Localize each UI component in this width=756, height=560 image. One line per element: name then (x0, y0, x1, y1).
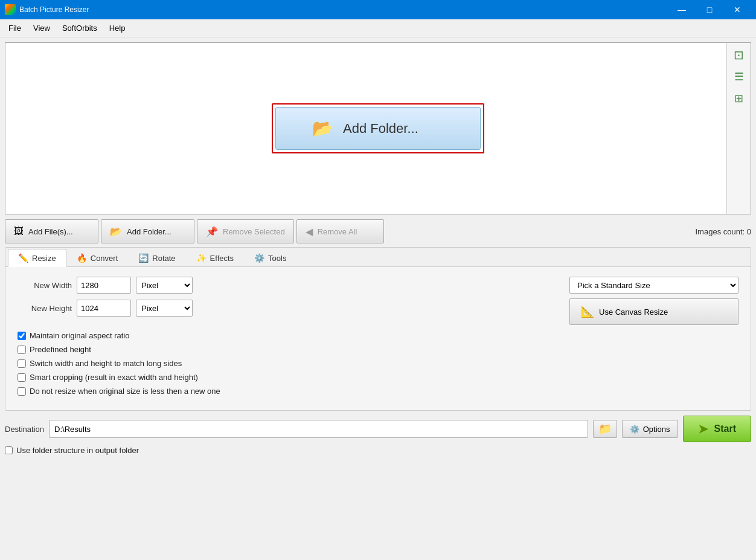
main-content: 📂 Add Folder... ⊡ ☰ ⊞ 🖼 Add File(s)... 📂… (0, 37, 756, 560)
file-drop-area: 📂 Add Folder... ⊡ ☰ ⊞ (5, 42, 751, 214)
canvas-resize-icon: 📐 (581, 305, 594, 318)
maximize-button[interactable]: □ (696, 0, 723, 19)
menubar: File View SoftOrbits Help (0, 19, 756, 37)
predefined-height-checkbox[interactable] (18, 346, 26, 354)
add-files-icon: 🖼 (14, 226, 24, 237)
checkbox-row-aspect: Maintain original aspect ratio (18, 331, 738, 340)
switch-width-height-checkbox[interactable] (18, 359, 26, 368)
new-height-input[interactable] (77, 300, 131, 317)
tab-tools-label: Tools (268, 254, 286, 263)
tab-tools[interactable]: ⚙️ Tools (244, 249, 296, 266)
tabs-panel: ✏️ Resize 🔥 Convert 🔄 Rotate ✨ Effects ⚙… (5, 247, 751, 411)
checkboxes-section: Maintain original aspect ratio Predefine… (18, 331, 738, 396)
no-resize-checkbox[interactable] (18, 387, 26, 396)
height-row: New Height Pixel Percent Inch Centimeter (18, 300, 557, 317)
add-folder-label: Add Folder... (127, 227, 171, 236)
no-resize-label: Do not resize when original size is less… (30, 387, 220, 396)
smart-cropping-checkbox[interactable] (18, 373, 26, 382)
use-folder-row: Use folder structure in output folder (5, 446, 751, 455)
tab-convert[interactable]: 🔥 Convert (66, 249, 129, 266)
maintain-aspect-label: Maintain original aspect ratio (30, 331, 129, 340)
add-folder-icon: 📂 (110, 226, 122, 237)
view-grid-icon: ⊞ (734, 92, 743, 105)
remove-selected-label: Remove Selected (223, 227, 285, 236)
gear-icon: ⚙️ (630, 425, 639, 434)
convert-tab-icon: 🔥 (77, 253, 87, 263)
remove-all-button[interactable]: ◀ Remove All (296, 219, 384, 243)
menu-view[interactable]: View (27, 21, 56, 35)
destination-label: Destination (5, 425, 44, 434)
tabs-row: ✏️ Resize 🔥 Convert 🔄 Rotate ✨ Effects ⚙… (5, 248, 751, 267)
resize-left-col: New Width Pixel Percent Inch Centimeter … (18, 277, 557, 323)
toolbar-row: 🖼 Add File(s)... 📂 Add Folder... 📌 Remov… (5, 219, 751, 243)
bottom-section: Destination 📁 ⚙️ Options ➤ Start Use fol… (5, 416, 751, 455)
use-folder-checkbox[interactable] (5, 446, 13, 454)
height-unit-select[interactable]: Pixel Percent Inch Centimeter (136, 300, 193, 317)
resize-tab-icon: ✏️ (18, 253, 28, 263)
checkbox-row-switch: Switch width and height to match long si… (18, 359, 738, 368)
titlebar: Batch Picture Resizer — □ ✕ (0, 0, 756, 19)
tab-effects[interactable]: ✨ Effects (186, 249, 245, 266)
titlebar-left: Batch Picture Resizer (5, 4, 89, 15)
remove-all-icon: ◀ (306, 226, 313, 237)
titlebar-controls: — □ ✕ (668, 0, 751, 19)
view-thumbnails-button[interactable]: ⊡ (729, 45, 749, 65)
minimize-button[interactable]: — (668, 0, 696, 19)
standard-size-select[interactable]: Pick a Standard Size (569, 277, 738, 294)
destination-row: Destination 📁 ⚙️ Options ➤ Start (5, 416, 751, 442)
menu-help[interactable]: Help (103, 21, 132, 35)
predefined-height-label: Predefined height (30, 345, 91, 354)
menu-file[interactable]: File (2, 21, 27, 35)
new-width-input[interactable] (77, 277, 131, 294)
new-height-label: New Height (18, 304, 72, 313)
tools-tab-icon: ⚙️ (254, 253, 264, 263)
checkbox-row-smart-crop: Smart cropping (result in exact width an… (18, 373, 738, 382)
view-grid-button[interactable]: ⊞ (729, 89, 749, 108)
effects-tab-icon: ✨ (196, 253, 207, 263)
tab-effects-label: Effects (210, 254, 234, 263)
images-count: Images count: 0 (696, 227, 752, 236)
tab-rotate-label: Rotate (152, 254, 175, 263)
width-row: New Width Pixel Percent Inch Centimeter (18, 277, 557, 294)
add-files-button[interactable]: 🖼 Add File(s)... (5, 219, 98, 243)
close-button[interactable]: ✕ (723, 0, 751, 19)
switch-width-height-label: Switch width and height to match long si… (30, 359, 182, 368)
remove-selected-icon: 📌 (206, 226, 218, 237)
add-folder-button[interactable]: 📂 Add Folder... (101, 219, 194, 243)
folder-center-icon: 📂 (312, 118, 333, 138)
options-label: Options (643, 425, 670, 434)
remove-selected-button[interactable]: 📌 Remove Selected (197, 219, 294, 243)
add-folder-center-wrapper: 📂 Add Folder... (272, 103, 484, 153)
browse-icon: 📁 (598, 422, 612, 436)
tab-resize[interactable]: ✏️ Resize (8, 249, 66, 267)
start-label: Start (714, 423, 736, 434)
checkbox-row-no-resize: Do not resize when original size is less… (18, 387, 738, 396)
view-list-icon: ☰ (734, 70, 744, 83)
checkbox-row-predefined: Predefined height (18, 345, 738, 354)
add-folder-center-button[interactable]: 📂 Add Folder... (275, 107, 481, 150)
start-arrow-icon: ➤ (698, 422, 708, 436)
canvas-resize-label: Use Canvas Resize (599, 307, 668, 317)
canvas-resize-button[interactable]: 📐 Use Canvas Resize (569, 298, 738, 325)
browse-button[interactable]: 📁 (593, 420, 617, 438)
use-folder-label: Use folder structure in output folder (16, 446, 139, 455)
new-width-label: New Width (18, 281, 72, 290)
width-unit-select[interactable]: Pixel Percent Inch Centimeter (136, 277, 193, 294)
remove-all-label: Remove All (318, 227, 357, 236)
smart-cropping-label: Smart cropping (result in exact width an… (30, 373, 198, 382)
view-list-button[interactable]: ☰ (729, 67, 749, 86)
view-icons-panel: ⊡ ☰ ⊞ (726, 43, 751, 214)
tab-rotate[interactable]: 🔄 Rotate (128, 249, 185, 266)
options-button[interactable]: ⚙️ Options (622, 420, 678, 438)
maintain-aspect-checkbox[interactable] (18, 332, 26, 340)
resize-right-col: Pick a Standard Size 📐 Use Canvas Resize (569, 277, 738, 325)
rotate-tab-icon: 🔄 (138, 253, 149, 263)
menu-softorbits[interactable]: SoftOrbits (56, 21, 103, 35)
add-files-label: Add File(s)... (28, 227, 73, 236)
tab-resize-label: Resize (32, 254, 56, 263)
destination-input[interactable] (49, 420, 588, 438)
resize-panel-content: New Width Pixel Percent Inch Centimeter … (5, 267, 751, 410)
start-button[interactable]: ➤ Start (683, 416, 751, 442)
app-icon (5, 4, 16, 15)
titlebar-title: Batch Picture Resizer (19, 5, 89, 14)
